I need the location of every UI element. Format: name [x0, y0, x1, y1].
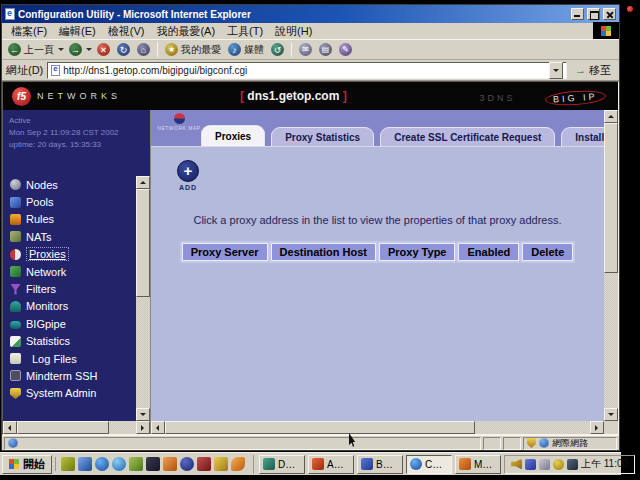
main-horizontal-scrollbar[interactable]: [151, 421, 618, 434]
quicklaunch-icon[interactable]: [231, 457, 245, 471]
back-dropdown-icon[interactable]: [58, 43, 65, 56]
refresh-button[interactable]: [114, 42, 133, 57]
sidebar-item-mindterm-ssh[interactable]: Mindterm SSH: [10, 367, 136, 384]
start-button[interactable]: 開始: [2, 455, 52, 474]
sidebar-horizontal-scrollbar[interactable]: [3, 421, 150, 434]
add-button[interactable]: + ADD: [172, 160, 204, 191]
menu-tools[interactable]: 工具(T): [221, 23, 269, 40]
network-map-button[interactable]: NETWORK MAP: [157, 113, 201, 131]
address-dropdown-icon[interactable]: [549, 62, 563, 79]
sidebar-item-network[interactable]: Network: [10, 263, 136, 280]
print-icon: [319, 43, 332, 56]
favorites-label: 我的最愛: [181, 43, 221, 57]
mail-button[interactable]: [296, 42, 315, 57]
edit-button[interactable]: [336, 42, 355, 57]
quicklaunch-icon[interactable]: [61, 457, 75, 471]
scroll-left-icon[interactable]: [151, 421, 165, 434]
menu-view[interactable]: 檢視(V): [102, 23, 151, 40]
task-button-3[interactable]: B…: [357, 455, 403, 474]
tray-icon[interactable]: [525, 459, 536, 470]
back-button[interactable]: 上一頁: [5, 42, 57, 58]
task-button-configuration-utility[interactable]: C…: [406, 455, 452, 474]
address-input[interactable]: [63, 65, 546, 76]
favorites-button[interactable]: 我的最愛: [162, 42, 224, 58]
quicklaunch-icon[interactable]: [129, 457, 143, 471]
quicklaunch-icon[interactable]: [214, 457, 228, 471]
quicklaunch-icon[interactable]: [180, 457, 194, 471]
scroll-right-icon[interactable]: [136, 421, 150, 434]
maximize-icon[interactable]: [587, 8, 600, 20]
tray-icon[interactable]: [567, 459, 578, 470]
task-button-5[interactable]: M…: [455, 455, 501, 474]
close-icon[interactable]: [603, 8, 616, 20]
scrollbar-thumb[interactable]: [136, 189, 150, 297]
home-button[interactable]: [134, 42, 153, 57]
scrollbar-thumb[interactable]: [165, 421, 475, 434]
forward-dropdown-icon[interactable]: [86, 43, 93, 56]
media-button[interactable]: 媒體: [225, 42, 267, 58]
task-button-2[interactable]: A…: [308, 455, 354, 474]
tab-proxy-statistics[interactable]: Proxy Statistics: [271, 127, 374, 146]
sidebar-item-statistics[interactable]: Statistics: [10, 333, 136, 350]
quicklaunch-icon[interactable]: [197, 457, 211, 471]
sidebar-item-monitors[interactable]: Monitors: [10, 298, 136, 315]
product-3dns[interactable]: 3DNS: [479, 93, 515, 103]
forward-button[interactable]: [66, 42, 85, 57]
sidebar-item-pools[interactable]: Pools: [10, 193, 136, 210]
scroll-down-icon[interactable]: [604, 408, 618, 421]
task-button-1[interactable]: D…: [259, 455, 305, 474]
menu-edit[interactable]: 編輯(E): [53, 23, 102, 40]
column-proxy-server[interactable]: Proxy Server: [182, 243, 268, 261]
scrollbar-thumb[interactable]: [604, 123, 618, 273]
sidebar-item-nats[interactable]: NATs: [10, 228, 136, 245]
menu-favorites[interactable]: 我的最愛(A): [150, 23, 221, 40]
scroll-up-icon[interactable]: [604, 110, 618, 123]
sidebar-item-system-admin[interactable]: System Admin: [10, 385, 136, 402]
tab-proxies[interactable]: Proxies: [201, 125, 265, 146]
history-button[interactable]: [268, 42, 287, 57]
taskbar: 開始 D… A… B… C… M… 上午 1: [0, 452, 621, 475]
go-button[interactable]: → 移至: [571, 63, 615, 78]
scrollbar-track[interactable]: [109, 421, 136, 434]
menu-file[interactable]: 檔案(F): [5, 23, 53, 40]
quicklaunch-icon[interactable]: [78, 457, 92, 471]
scroll-left-icon[interactable]: [3, 421, 17, 434]
quicklaunch-icon[interactable]: [163, 457, 177, 471]
tab-install-ssl-certificate[interactable]: Install SSL Certificate: [561, 127, 604, 146]
tray-icon[interactable]: [553, 459, 564, 470]
menu-help[interactable]: 說明(H): [269, 23, 318, 40]
product-bigip[interactable]: BIG IP: [545, 89, 606, 107]
sidebar-item-filters[interactable]: Filters: [10, 280, 136, 297]
scroll-down-icon[interactable]: [136, 408, 150, 421]
column-delete[interactable]: Delete: [522, 243, 573, 261]
volume-icon[interactable]: [511, 459, 522, 470]
stop-button[interactable]: [94, 42, 113, 57]
app-icon: [361, 458, 373, 470]
quicklaunch-icon[interactable]: [146, 457, 160, 471]
column-enabled[interactable]: Enabled: [458, 243, 519, 261]
quicklaunch-icon[interactable]: [95, 457, 109, 471]
bigpipe-icon: [10, 321, 21, 329]
scrollbar-thumb[interactable]: [17, 421, 109, 434]
column-destination-host[interactable]: Destination Host: [271, 243, 376, 261]
column-proxy-type[interactable]: Proxy Type: [379, 243, 456, 261]
quick-launch: [55, 457, 250, 471]
scroll-right-icon[interactable]: [590, 421, 604, 434]
minimize-icon[interactable]: [571, 8, 584, 20]
sidebar-item-nodes[interactable]: Nodes: [10, 176, 136, 193]
sidebar-vertical-scrollbar[interactable]: [136, 176, 150, 421]
scroll-up-icon[interactable]: [136, 176, 150, 189]
sidebar-item-log-files[interactable]: Log Files: [10, 350, 136, 367]
quicklaunch-icon[interactable]: [112, 457, 126, 471]
sidebar-item-rules[interactable]: Rules: [10, 211, 136, 228]
globe-icon: [8, 438, 18, 448]
scrollbar-track[interactable]: [475, 421, 590, 434]
sidebar-item-bigpipe[interactable]: BIGpipe: [10, 315, 136, 332]
scrollbar-track[interactable]: [136, 297, 150, 408]
tray-icon[interactable]: [539, 459, 550, 470]
print-button[interactable]: [316, 42, 335, 57]
tab-create-ssl-certificate-request[interactable]: Create SSL Certificate Request: [380, 127, 555, 146]
main-vertical-scrollbar[interactable]: [604, 110, 618, 421]
scrollbar-track[interactable]: [604, 273, 618, 408]
sidebar-item-proxies[interactable]: Proxies: [10, 246, 136, 263]
